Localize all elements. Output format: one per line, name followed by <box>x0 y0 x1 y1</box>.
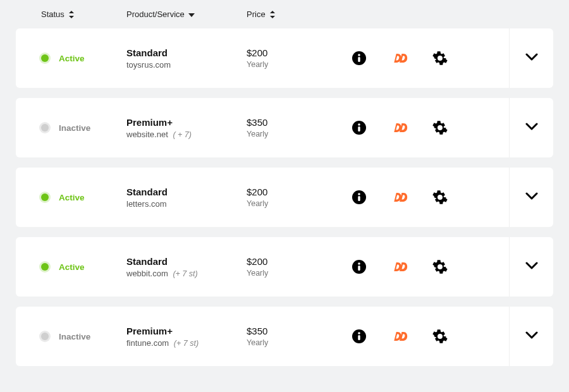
column-header-row: Status Product/Service Price <box>16 6 553 28</box>
chevron-down-icon <box>525 52 538 64</box>
info-icon[interactable] <box>351 328 367 345</box>
table-row: Inactive Premium+ fintune.com (+ 7 st) $… <box>16 307 553 366</box>
product-name: Standard <box>126 187 168 197</box>
info-icon[interactable] <box>351 50 367 66</box>
chevron-down-icon <box>525 192 538 203</box>
price-period: Yearly <box>247 130 268 138</box>
gear-icon[interactable] <box>432 189 448 205</box>
chevron-down-icon <box>525 122 538 133</box>
gear-icon[interactable] <box>432 328 448 345</box>
status-label: Inactive <box>59 332 90 341</box>
column-header-status[interactable]: Status <box>41 9 126 19</box>
status-label: Active <box>59 193 85 202</box>
svg-rect-5 <box>358 126 360 132</box>
expand-button[interactable] <box>509 307 553 366</box>
product-name: Premium+ <box>126 326 199 336</box>
status-dot-icon <box>41 54 49 62</box>
expand-button[interactable] <box>509 28 553 88</box>
column-header-product-label: Product/Service <box>126 9 185 19</box>
product-domain-text: fintune.com <box>126 338 169 348</box>
price-period: Yearly <box>247 338 268 347</box>
table-row: Active Standard letters.com $200 Yearly <box>16 168 553 227</box>
info-icon[interactable] <box>351 119 367 136</box>
gear-icon[interactable] <box>432 259 448 275</box>
status-label: Active <box>59 262 85 272</box>
chevron-down-icon <box>525 331 538 342</box>
price-period: Yearly <box>247 60 268 69</box>
sort-icon <box>269 11 276 18</box>
caret-down-icon <box>188 9 195 19</box>
column-header-price-label: Price <box>247 9 266 19</box>
cpanel-icon[interactable] <box>391 119 408 136</box>
cpanel-icon[interactable] <box>391 259 408 275</box>
table-row: Active Standard webbit.com (+ 7 st) $200… <box>16 237 553 297</box>
product-domain: letters.com <box>126 199 168 209</box>
svg-point-1 <box>358 54 360 56</box>
product-domain-text: website.net <box>126 130 168 139</box>
table-row: Inactive Premium+ website.net ( + 7) $35… <box>16 98 553 157</box>
product-domain-text: letters.com <box>126 199 167 209</box>
price-amount: $350 <box>247 117 268 128</box>
expand-button[interactable] <box>509 237 553 297</box>
table-row: Active Standard toysrus.com $200 Yearly <box>16 28 553 88</box>
price-amount: $200 <box>247 187 268 197</box>
svg-rect-2 <box>358 57 360 62</box>
column-header-price[interactable]: Price <box>247 9 351 19</box>
product-name: Standard <box>126 256 198 267</box>
product-domain: toysrus.com <box>126 60 171 70</box>
svg-rect-11 <box>358 266 360 271</box>
sort-icon <box>68 11 75 18</box>
product-extra: (+ 7 st) <box>174 339 199 348</box>
info-icon[interactable] <box>351 259 367 275</box>
product-extra: (+ 7 st) <box>173 269 197 278</box>
product-domain: webbit.com (+ 7 st) <box>126 269 198 278</box>
product-extra: ( + 7) <box>173 130 192 139</box>
product-domain-text: webbit.com <box>126 269 168 278</box>
column-header-status-label: Status <box>41 9 64 19</box>
status-dot-icon <box>41 263 49 271</box>
status-dot-icon <box>41 333 49 340</box>
svg-point-10 <box>358 262 360 265</box>
product-domain: fintune.com (+ 7 st) <box>126 338 199 348</box>
price-period: Yearly <box>247 199 268 208</box>
price-amount: $200 <box>247 47 268 58</box>
expand-button[interactable] <box>509 168 553 227</box>
svg-point-4 <box>358 123 360 126</box>
product-domain: website.net ( + 7) <box>126 130 192 139</box>
status-dot-icon <box>41 124 49 132</box>
price-amount: $200 <box>247 256 268 267</box>
cpanel-icon[interactable] <box>391 50 408 66</box>
status-label: Inactive <box>59 123 90 133</box>
info-icon[interactable] <box>351 189 367 205</box>
chevron-down-icon <box>525 261 538 273</box>
gear-icon[interactable] <box>432 119 448 136</box>
svg-rect-8 <box>358 196 360 201</box>
product-name: Standard <box>126 47 171 58</box>
column-header-product[interactable]: Product/Service <box>126 9 247 19</box>
gear-icon[interactable] <box>432 50 448 66</box>
status-dot-icon <box>41 193 49 201</box>
status-label: Active <box>59 54 85 63</box>
cpanel-icon[interactable] <box>391 328 408 345</box>
product-name: Premium+ <box>126 117 192 128</box>
svg-point-7 <box>358 193 360 195</box>
svg-point-13 <box>358 332 360 334</box>
price-period: Yearly <box>247 269 268 278</box>
expand-button[interactable] <box>509 98 553 157</box>
svg-rect-14 <box>358 335 360 340</box>
cpanel-icon[interactable] <box>391 189 408 205</box>
product-domain-text: toysrus.com <box>126 60 171 70</box>
price-amount: $350 <box>247 326 268 336</box>
